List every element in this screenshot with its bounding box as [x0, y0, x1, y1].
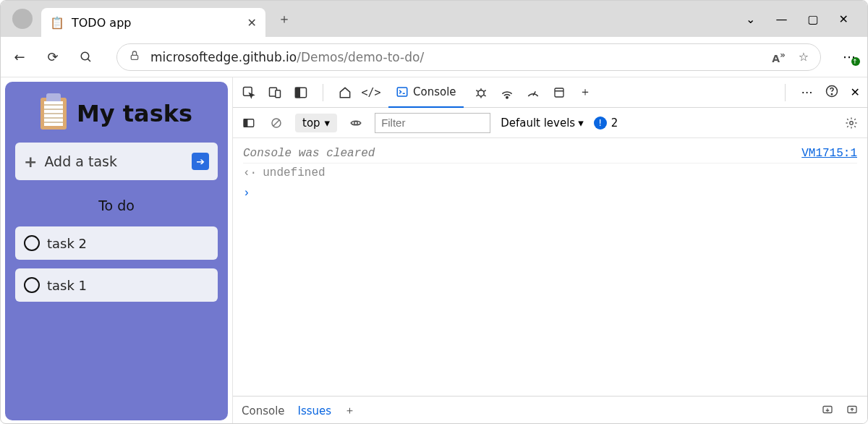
favorite-icon[interactable]: ☆ [799, 50, 809, 64]
back-button[interactable]: ← [11, 49, 28, 64]
clear-console-icon[interactable] [268, 114, 285, 132]
add-tab-icon[interactable]: ＋ [576, 84, 594, 101]
task-list: task 2 task 1 [15, 226, 218, 310]
elements-tab-icon[interactable]: </> [362, 84, 380, 101]
devtools-drawer: Console Issues ＋ [233, 396, 867, 424]
issues-indicator[interactable]: ! 2 [594, 116, 618, 130]
close-devtools-icon[interactable]: ✕ [851, 85, 860, 99]
circle-icon[interactable] [24, 277, 40, 293]
nav-bar: ← ⟳ microsoftedge.github.io/Demos/demo-t… [1, 37, 867, 77]
title-bar: 📋 TODO app ✕ ＋ ⌄ — ▢ ✕ [1, 1, 867, 37]
svg-point-14 [831, 93, 832, 94]
svg-line-18 [273, 119, 280, 126]
performance-icon[interactable] [524, 84, 542, 101]
devtools-tab-strip: </> Console ＋ ⋯ [233, 77, 867, 108]
svg-rect-5 [276, 90, 281, 97]
levels-label: Default levels [501, 116, 575, 130]
chevron-down-icon[interactable]: ⌄ [746, 12, 755, 26]
console-tab[interactable]: Console [388, 77, 464, 108]
svg-rect-8 [397, 88, 407, 96]
browser-tab[interactable]: 📋 TODO app ✕ [41, 8, 265, 37]
reload-button[interactable]: ⟳ [44, 49, 61, 64]
task-label: task 2 [47, 236, 87, 251]
network-icon[interactable] [498, 84, 516, 101]
drawer-tab-console[interactable]: Console [242, 404, 285, 417]
devtools-panel: </> Console ＋ ⋯ [232, 77, 867, 424]
live-expression-icon[interactable] [347, 114, 365, 132]
profile-avatar[interactable] [12, 9, 33, 29]
new-tab-button[interactable]: ＋ [273, 7, 296, 30]
console-settings-icon[interactable] [843, 114, 860, 132]
task-label: task 1 [47, 278, 87, 293]
drawer-tab-issues[interactable]: Issues [298, 404, 332, 417]
update-badge-icon: ↑ [851, 57, 860, 66]
console-message-row: Console was cleared VM1715:1 [243, 144, 857, 164]
source-link[interactable]: VM1715:1 [801, 147, 857, 160]
search-button[interactable] [77, 51, 95, 64]
inspect-element-icon[interactable] [240, 84, 258, 101]
toggle-sidebar-icon[interactable] [240, 114, 258, 132]
submit-arrow-icon[interactable]: ➔ [192, 153, 209, 170]
context-label: top [302, 116, 320, 130]
close-tab-icon[interactable]: ✕ [247, 16, 257, 30]
add-drawer-tab-icon[interactable]: ＋ [344, 404, 355, 417]
svg-rect-11 [555, 88, 563, 97]
svg-point-9 [477, 90, 483, 96]
read-aloud-icon[interactable]: A» [772, 50, 785, 64]
sources-bug-icon[interactable] [472, 84, 490, 101]
svg-rect-7 [296, 88, 300, 97]
issue-count: 2 [611, 116, 618, 130]
add-task-input[interactable]: + Add a task ➔ [15, 143, 218, 180]
dock-side-icon[interactable] [292, 84, 310, 101]
tab-favicon-icon: 📋 [50, 16, 64, 30]
svg-point-20 [850, 121, 854, 124]
console-prompt[interactable]: › [243, 187, 857, 200]
close-window-icon[interactable]: ✕ [839, 12, 848, 26]
section-label: To do [15, 198, 218, 213]
log-levels-selector[interactable]: Default levels ▾ [501, 116, 584, 130]
address-bar[interactable]: microsoftedge.github.io/Demos/demo-to-do… [116, 43, 821, 71]
return-arrow-icon: ‹· [243, 166, 257, 179]
task-item[interactable]: task 1 [15, 268, 218, 302]
console-return-row: ‹· undefined [243, 164, 857, 182]
more-menu-button[interactable]: ⋯↑ [843, 49, 857, 64]
svg-line-1 [88, 59, 90, 62]
svg-point-0 [81, 52, 89, 60]
content-area: My tasks + Add a task ➔ To do task 2 tas… [1, 77, 867, 424]
tab-title: TODO app [72, 16, 131, 30]
chevron-down-icon: ▾ [325, 116, 331, 130]
minimize-icon[interactable]: — [775, 12, 787, 26]
chevron-down-icon: ▾ [578, 116, 584, 130]
expand-drawer-icon[interactable] [846, 403, 859, 419]
task-item[interactable]: task 2 [15, 226, 218, 260]
url-path: /Demos/demo-to-do/ [297, 50, 424, 64]
console-output[interactable]: Console was cleared VM1715:1 ‹· undefine… [233, 138, 867, 396]
more-tools-icon[interactable]: ⋯ [801, 85, 813, 99]
add-task-label: Add a task [44, 153, 117, 169]
welcome-tab-icon[interactable] [336, 84, 354, 101]
url-host: microsoftedge.github.io [150, 50, 297, 64]
circle-icon[interactable] [24, 235, 40, 251]
application-icon[interactable] [550, 84, 568, 101]
context-selector[interactable]: top ▾ [295, 114, 337, 132]
return-value: undefined [263, 166, 325, 179]
issue-bubble-icon: ! [594, 116, 607, 130]
filter-input[interactable] [375, 113, 490, 133]
app-title: My tasks [77, 100, 192, 127]
svg-rect-16 [244, 119, 247, 127]
svg-point-19 [354, 121, 358, 124]
app-header: My tasks [15, 98, 218, 130]
svg-point-10 [506, 96, 508, 98]
dock-drawer-icon[interactable] [821, 403, 834, 419]
plus-icon: + [24, 153, 37, 171]
console-tab-label: Console [413, 85, 456, 98]
help-icon[interactable] [825, 84, 839, 101]
console-toolbar: top ▾ Default levels ▾ ! 2 [233, 108, 867, 138]
clipboard-icon [41, 98, 67, 130]
svg-rect-2 [131, 55, 137, 59]
toggle-device-icon[interactable] [266, 84, 284, 101]
todo-app-panel: My tasks + Add a task ➔ To do task 2 tas… [5, 82, 228, 420]
window-controls: ⌄ — ▢ ✕ [746, 12, 861, 26]
url-text: microsoftedge.github.io/Demos/demo-to-do… [150, 50, 424, 64]
maximize-icon[interactable]: ▢ [807, 12, 818, 26]
